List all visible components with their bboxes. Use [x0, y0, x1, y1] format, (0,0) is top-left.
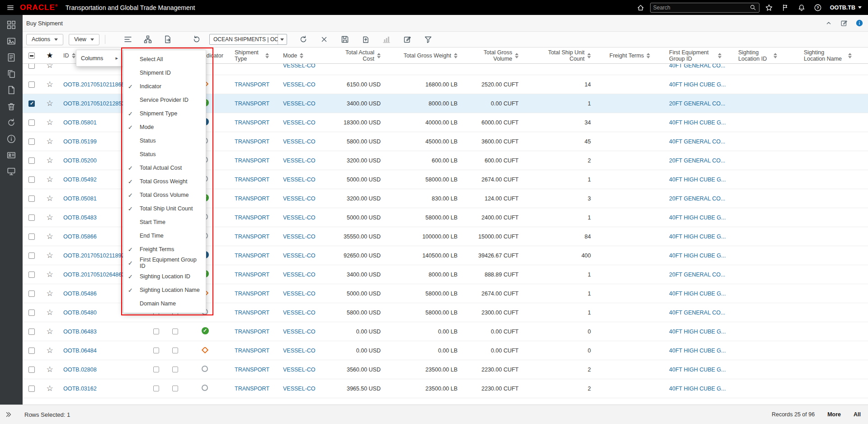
mode-link[interactable]: VESSEL-CO — [283, 272, 316, 278]
shipment-id-link[interactable]: OOTB.20170510211866 — [63, 81, 124, 88]
columns-menu-item-freight-terms[interactable]: ✓Freight Terms — [123, 243, 206, 256]
shipment-type-link[interactable]: TRANSPORT — [235, 138, 269, 145]
shipment-type-link[interactable]: TRANSPORT — [235, 348, 269, 354]
first-equipment-group-link[interactable]: 40FT HIGH CUBE G... — [669, 367, 726, 373]
mode-link[interactable]: VESSEL-CO — [283, 252, 316, 259]
mode-link[interactable]: VESSEL-CO — [283, 119, 316, 126]
favorite-star-icon[interactable]: ☆ — [46, 233, 53, 240]
sort-arrows-icon[interactable] — [300, 53, 303, 58]
column-header-total-gross-weight[interactable]: Total Gross Weight — [384, 52, 461, 59]
page-info-icon[interactable] — [855, 19, 863, 27]
favorite-star-icon[interactable]: ☆ — [46, 157, 53, 164]
shipment-id-link[interactable]: OOTB.06484 — [63, 348, 97, 354]
first-equipment-group-link[interactable]: 20FT GENERAL CO... — [669, 100, 725, 107]
first-equipment-group-link[interactable]: 40FT HIGH CUBE G... — [669, 176, 726, 183]
favorite-star-icon[interactable]: ☆ — [46, 81, 53, 88]
shipment-type-link[interactable]: TRANSPORT — [235, 195, 269, 202]
columns-menu-item-shipment-type[interactable]: ✓Shipment Type — [123, 107, 206, 120]
filter-button[interactable] — [424, 35, 433, 44]
row-flag-checkbox-1[interactable] — [153, 348, 159, 353]
columns-menu-item-select-all[interactable]: Select All — [123, 52, 206, 66]
row-checkbox[interactable] — [28, 176, 35, 183]
sort-arrows-icon[interactable] — [265, 53, 269, 58]
row-checkbox[interactable] — [28, 367, 35, 373]
search-input[interactable] — [653, 5, 747, 11]
edit-button[interactable] — [403, 35, 412, 44]
mode-link[interactable]: VESSEL-CO — [283, 291, 316, 297]
shipment-id-link[interactable]: OOTB.05492 — [63, 176, 97, 183]
first-equipment-group-link[interactable]: 40FT GENERAL CO... — [669, 138, 725, 145]
sort-arrows-icon[interactable] — [848, 53, 852, 58]
shipment-type-link[interactable]: TRANSPORT — [235, 233, 269, 240]
mode-link[interactable]: VESSEL-CO — [283, 100, 316, 107]
favorite-star-icon[interactable]: ☆ — [46, 252, 53, 259]
favorite-star-icon[interactable]: ☆ — [46, 100, 53, 107]
sidebar-item-image[interactable] — [6, 36, 16, 46]
sort-arrows-icon[interactable] — [718, 53, 722, 58]
shipment-type-link[interactable]: TRANSPORT — [235, 81, 269, 88]
columns-menu-item-sighting-location-name[interactable]: ✓Sighting Location Name — [123, 283, 206, 297]
sort-arrows-icon[interactable] — [72, 53, 75, 58]
table-columns-button[interactable] — [123, 35, 132, 44]
help-icon[interactable]: ? — [814, 4, 822, 12]
columns-menu-item-end-time[interactable]: End Time — [123, 229, 206, 243]
mode-link[interactable]: VESSEL-CO — [283, 386, 316, 392]
sidebar-item-grid[interactable] — [6, 20, 16, 30]
shipment-id-link[interactable]: OOTB.06483 — [63, 329, 97, 335]
sidebar-item-info[interactable] — [6, 134, 16, 144]
favorite-star-icon[interactable]: ☆ — [46, 347, 53, 354]
shipment-type-link[interactable]: TRANSPORT — [235, 367, 269, 373]
shipment-type-link[interactable]: TRANSPORT — [235, 176, 269, 183]
shipment-id-link[interactable]: OOTB.05199 — [63, 138, 97, 145]
reset-button[interactable] — [192, 35, 201, 44]
first-equipment-group-link[interactable]: 40FT HIGH CUBE G... — [669, 291, 726, 297]
columns-menu-item-first-equipment-group-id[interactable]: ✓First Equipment Group ID — [123, 256, 206, 270]
sidebar-item-document[interactable] — [6, 85, 16, 95]
favorite-star-icon[interactable]: ☆ — [46, 271, 53, 278]
sort-arrows-icon[interactable] — [377, 53, 381, 58]
row-checkbox[interactable] — [28, 348, 35, 354]
columns-menu-item-mode[interactable]: ✓Mode — [123, 120, 206, 134]
first-equipment-group-link[interactable]: 40FT GENERAL CO... — [669, 64, 725, 69]
row-checkbox[interactable] — [28, 386, 35, 392]
notifications-bell-icon[interactable] — [797, 4, 806, 12]
saved-search-combobox[interactable]: OCEAN SHIPMENTS | OC — [209, 34, 287, 45]
row-checkbox[interactable] — [28, 310, 35, 316]
shipment-type-link[interactable]: TRANSPORT — [235, 291, 269, 297]
first-equipment-group-link[interactable]: 20FT GENERAL CO... — [669, 195, 725, 202]
row-checkbox[interactable] — [28, 233, 35, 240]
compose-edit-icon[interactable] — [840, 19, 848, 27]
sidebar-item-refresh[interactable] — [6, 118, 16, 128]
row-flag-checkbox-2[interactable] — [172, 367, 178, 372]
first-equipment-group-link[interactable]: 40FT HIGH CUBE G... — [669, 386, 726, 392]
row-checkbox[interactable] — [28, 64, 35, 69]
favorite-column-star-icon[interactable]: ★ — [46, 52, 53, 59]
row-checkbox[interactable] — [28, 329, 35, 335]
collapse-toolbar-icon[interactable] — [825, 19, 833, 27]
shipment-id-link[interactable]: OOTB.05200 — [63, 157, 97, 164]
row-flag-checkbox-2[interactable] — [172, 348, 178, 353]
combobox-dropdown[interactable] — [278, 34, 287, 44]
row-flag-checkbox-1[interactable] — [153, 367, 159, 372]
row-checkbox[interactable] — [28, 291, 35, 297]
sidebar-item-contact-card[interactable] — [6, 150, 16, 160]
row-flag-checkbox-1[interactable] — [153, 329, 159, 334]
row-checkbox[interactable] — [28, 100, 35, 107]
row-checkbox[interactable] — [28, 214, 35, 221]
favorite-star-icon[interactable]: ☆ — [46, 328, 53, 335]
columns-menu-item-status[interactable]: Status — [123, 134, 206, 148]
favorite-star-icon[interactable]: ☆ — [46, 214, 53, 221]
columns-menu-item-total-actual-cost[interactable]: ✓Total Actual Cost — [123, 161, 206, 175]
shipment-id-link[interactable]: OOTB.20170510211892 — [63, 252, 124, 259]
shipment-type-link[interactable]: TRANSPORT — [235, 386, 269, 392]
column-header-mode[interactable]: Mode — [280, 52, 328, 59]
search-icon[interactable] — [750, 4, 756, 11]
columns-menu-item-status[interactable]: Status — [123, 148, 206, 161]
row-checkbox[interactable] — [28, 252, 35, 259]
mode-link[interactable]: VESSEL-CO — [283, 195, 316, 202]
column-header-first-equipment-group-id[interactable]: First Equipment Group ID — [662, 49, 735, 62]
columns-menu-item-domain-name[interactable]: Domain Name — [123, 297, 206, 310]
columns-menu-item-sighting-location-id[interactable]: ✓Sighting Location ID — [123, 270, 206, 283]
more-button[interactable]: More — [827, 411, 841, 418]
user-menu[interactable]: OOTB.TB — [830, 5, 862, 11]
